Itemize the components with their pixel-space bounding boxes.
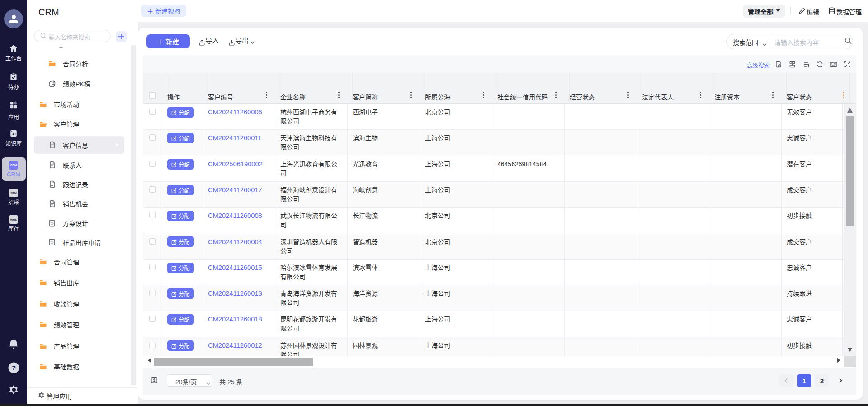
svg-text:AI: AI xyxy=(12,132,16,136)
svg-text:?: ? xyxy=(11,364,15,372)
